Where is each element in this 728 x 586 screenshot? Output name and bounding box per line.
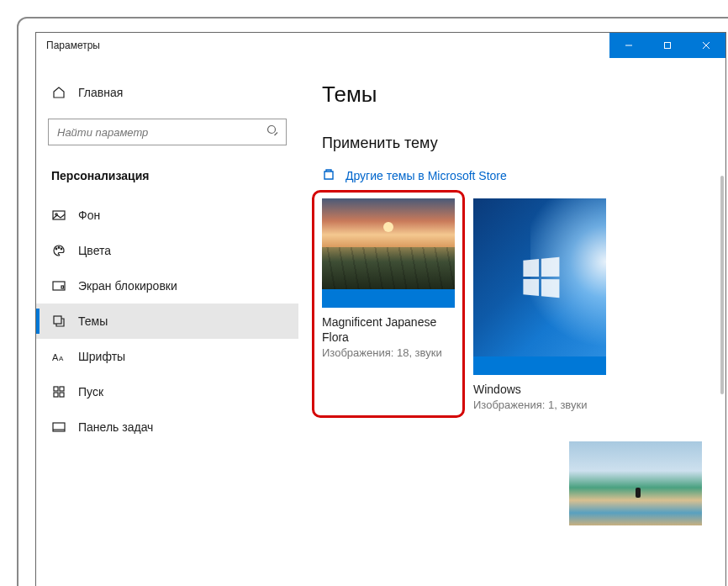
minimize-button[interactable] xyxy=(609,33,648,58)
theme-image xyxy=(569,441,702,525)
sidebar-item-label: Панель задач xyxy=(78,420,153,434)
section-title: Применить тему xyxy=(322,135,702,152)
main-panel: Темы Применить тему Другие темы в Micros… xyxy=(298,58,725,586)
theme-name: Magnificent Japanese Flora xyxy=(322,314,455,345)
page-title: Темы xyxy=(322,82,702,108)
sidebar-item-taskbar[interactable]: Панель задач xyxy=(36,409,298,445)
search-icon xyxy=(266,124,278,140)
sidebar-item-themes[interactable]: Темы xyxy=(36,304,298,339)
category-title: Персонализация xyxy=(36,161,298,198)
minimize-icon xyxy=(625,41,633,50)
home-icon xyxy=(51,85,66,100)
themes-grid: Magnificent Japanese Flora Изображения: … xyxy=(322,198,702,411)
svg-rect-12 xyxy=(61,286,64,288)
theme-card-japanese-flora[interactable]: Magnificent Japanese Flora Изображения: … xyxy=(322,198,455,411)
store-link[interactable]: Другие темы в Microsoft Store xyxy=(322,167,702,183)
windows-logo-icon xyxy=(523,257,559,298)
theme-card-windows[interactable]: Windows Изображения: 1, звуки xyxy=(473,198,606,411)
svg-rect-17 xyxy=(60,387,64,391)
svg-text:A: A xyxy=(59,355,64,362)
scrollbar[interactable] xyxy=(720,176,724,394)
lockscreen-icon xyxy=(51,278,66,293)
screenshot-frame: Параметры Главная xyxy=(17,17,728,586)
taskbar-icon xyxy=(51,420,66,435)
maximize-icon xyxy=(663,41,672,50)
theme-image xyxy=(473,198,606,356)
home-label: Главная xyxy=(78,86,123,99)
svg-rect-19 xyxy=(60,393,64,397)
palette-icon xyxy=(51,243,66,258)
sidebar-item-lockscreen[interactable]: Экран блокировки xyxy=(36,268,298,304)
svg-rect-13 xyxy=(54,316,61,324)
theme-card-partial[interactable] xyxy=(569,441,702,525)
store-icon xyxy=(322,167,335,183)
theme-image xyxy=(322,198,455,289)
theme-name: Windows xyxy=(473,382,606,397)
sidebar-item-label: Экран блокировки xyxy=(78,279,177,293)
search-input[interactable] xyxy=(48,119,287,145)
sidebar-item-fonts[interactable]: AA Шрифты xyxy=(36,339,298,374)
sidebar-item-label: Темы xyxy=(78,314,108,328)
svg-rect-1 xyxy=(665,43,671,49)
theme-thumbnail xyxy=(473,198,606,375)
theme-meta: Изображения: 1, звуки xyxy=(473,399,606,411)
svg-point-9 xyxy=(58,247,60,249)
sidebar-item-label: Фон xyxy=(78,209,100,222)
maximize-button[interactable] xyxy=(648,33,687,58)
sidebar-item-start[interactable]: Пуск xyxy=(36,374,298,409)
svg-point-8 xyxy=(55,248,57,250)
window-title: Параметры xyxy=(46,40,100,51)
sidebar-item-label: Шрифты xyxy=(78,350,125,363)
close-button[interactable] xyxy=(687,33,725,58)
sidebar: Главная Персонализация Фон xyxy=(36,58,298,586)
svg-text:A: A xyxy=(52,352,59,362)
settings-window: Параметры Главная xyxy=(35,32,726,586)
sidebar-item-label: Цвета xyxy=(78,244,111,257)
search-wrap xyxy=(48,119,287,145)
theme-meta: Изображения: 18, звуки xyxy=(322,346,455,359)
fonts-icon: AA xyxy=(51,349,66,364)
themes-grid-row2 xyxy=(322,426,702,525)
content-area: Главная Персонализация Фон xyxy=(36,58,725,586)
svg-point-4 xyxy=(268,126,276,134)
theme-thumbnail xyxy=(322,198,455,308)
svg-line-5 xyxy=(275,133,278,136)
sidebar-item-background[interactable]: Фон xyxy=(36,198,298,233)
svg-rect-18 xyxy=(54,393,58,397)
svg-rect-16 xyxy=(54,387,58,391)
titlebar: Параметры xyxy=(36,33,725,58)
themes-icon xyxy=(51,314,66,329)
sidebar-item-colors[interactable]: Цвета xyxy=(36,233,298,268)
sidebar-item-label: Пуск xyxy=(78,385,103,399)
svg-point-10 xyxy=(61,248,62,250)
home-nav[interactable]: Главная xyxy=(36,78,298,107)
start-icon xyxy=(51,384,66,399)
picture-icon xyxy=(51,208,66,223)
window-controls xyxy=(609,33,725,58)
store-link-label: Другие темы в Microsoft Store xyxy=(346,169,507,182)
close-icon xyxy=(702,41,710,50)
